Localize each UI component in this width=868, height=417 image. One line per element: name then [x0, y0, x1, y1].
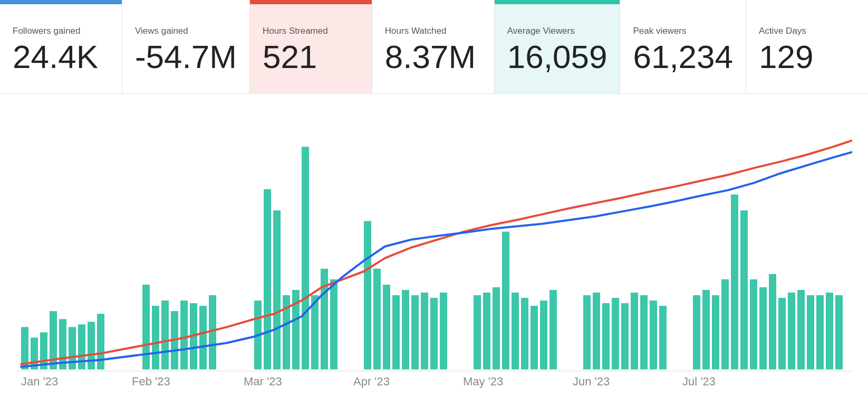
svg-rect-33: [430, 298, 438, 370]
svg-text:Jul '23: Jul '23: [682, 375, 716, 388]
stat-value-hours-streamed: 521: [263, 41, 359, 73]
stat-value-hours-watched: 8.37M: [385, 41, 481, 73]
stat-label-hours-streamed: Hours Streamed: [263, 26, 359, 36]
svg-rect-18: [264, 189, 271, 370]
stats-bar: Followers gained24.4KViews gained-54.7MH…: [0, 0, 868, 94]
svg-text:May '23: May '23: [463, 375, 503, 388]
svg-rect-36: [483, 293, 490, 370]
stat-value-average-viewers: 16,059: [507, 41, 607, 73]
svg-rect-61: [769, 274, 776, 370]
svg-rect-10: [152, 306, 159, 370]
svg-rect-42: [540, 300, 547, 370]
stat-top-bar-followers: [0, 0, 122, 4]
stat-label-followers: Followers gained: [13, 26, 109, 36]
svg-rect-67: [826, 293, 833, 370]
svg-text:Jun '23: Jun '23: [573, 375, 610, 388]
chart-svg: Jan '23 Feb '23 Mar '23 Apr '23 May '23 …: [16, 104, 852, 391]
svg-rect-52: [659, 306, 667, 370]
svg-rect-50: [640, 295, 648, 370]
svg-rect-58: [740, 210, 748, 370]
stat-card-hours-watched: Hours Watched8.37M: [372, 0, 495, 93]
stat-value-views: -54.7M: [135, 41, 237, 73]
svg-text:Jan '23: Jan '23: [21, 375, 58, 388]
stat-label-hours-watched: Hours Watched: [385, 26, 481, 36]
svg-rect-54: [702, 290, 710, 370]
stat-card-average-viewers: Average Viewers16,059: [495, 0, 621, 93]
svg-rect-34: [440, 293, 447, 370]
stat-value-active-days: 129: [759, 41, 855, 73]
svg-rect-32: [421, 293, 428, 370]
svg-rect-68: [835, 295, 843, 370]
svg-rect-29: [392, 295, 400, 370]
svg-rect-59: [750, 279, 757, 370]
svg-rect-9: [142, 285, 150, 370]
svg-rect-53: [693, 295, 700, 370]
stat-label-peak-viewers: Peak viewers: [633, 26, 733, 36]
svg-rect-39: [512, 293, 519, 370]
svg-rect-26: [364, 221, 371, 370]
svg-rect-6: [78, 324, 85, 369]
svg-rect-28: [383, 285, 390, 370]
svg-rect-19: [273, 210, 281, 370]
stat-card-hours-streamed: Hours Streamed521: [250, 0, 372, 93]
svg-rect-31: [411, 295, 419, 370]
svg-rect-43: [549, 290, 557, 370]
stat-card-followers: Followers gained24.4K: [0, 0, 122, 93]
svg-rect-62: [778, 298, 786, 370]
svg-text:Feb '23: Feb '23: [132, 375, 170, 388]
svg-rect-30: [402, 290, 409, 370]
stat-top-bar-hours-streamed: [250, 0, 372, 4]
svg-rect-35: [474, 295, 481, 370]
svg-rect-56: [721, 279, 729, 370]
svg-rect-47: [612, 298, 619, 370]
svg-rect-55: [712, 295, 719, 370]
svg-rect-49: [631, 293, 638, 370]
svg-rect-24: [321, 269, 328, 370]
svg-rect-25: [330, 279, 337, 370]
svg-rect-63: [788, 293, 795, 370]
stat-label-average-viewers: Average Viewers: [507, 26, 607, 36]
svg-rect-45: [593, 293, 600, 370]
svg-rect-51: [650, 300, 657, 370]
stat-top-bar-average-viewers: [495, 0, 620, 4]
stat-card-views: Views gained-54.7M: [122, 0, 250, 93]
stat-label-views: Views gained: [135, 26, 237, 36]
svg-rect-44: [583, 295, 591, 370]
svg-rect-57: [731, 195, 738, 370]
svg-text:Apr '23: Apr '23: [353, 375, 390, 388]
svg-rect-40: [521, 298, 528, 370]
svg-rect-38: [502, 231, 509, 369]
svg-rect-48: [621, 303, 629, 370]
svg-rect-13: [180, 300, 188, 370]
svg-rect-11: [161, 300, 169, 370]
svg-rect-60: [759, 287, 767, 370]
svg-rect-27: [373, 269, 381, 370]
svg-rect-65: [807, 295, 814, 370]
svg-rect-41: [531, 306, 538, 370]
svg-rect-15: [199, 306, 207, 370]
svg-rect-22: [302, 147, 309, 369]
svg-text:Mar '23: Mar '23: [244, 375, 282, 388]
svg-rect-46: [602, 303, 610, 370]
stat-card-active-days: Active Days129: [746, 0, 868, 93]
svg-rect-64: [797, 290, 805, 370]
stat-value-followers: 24.4K: [13, 41, 109, 73]
chart-area: Jan '23 Feb '23 Mar '23 Apr '23 May '23 …: [0, 94, 868, 417]
svg-rect-7: [88, 322, 95, 370]
svg-rect-37: [493, 287, 500, 370]
stat-value-peak-viewers: 61,234: [633, 41, 733, 73]
svg-rect-66: [816, 295, 824, 370]
stat-label-active-days: Active Days: [759, 26, 855, 36]
stat-card-peak-viewers: Peak viewers61,234: [620, 0, 746, 93]
